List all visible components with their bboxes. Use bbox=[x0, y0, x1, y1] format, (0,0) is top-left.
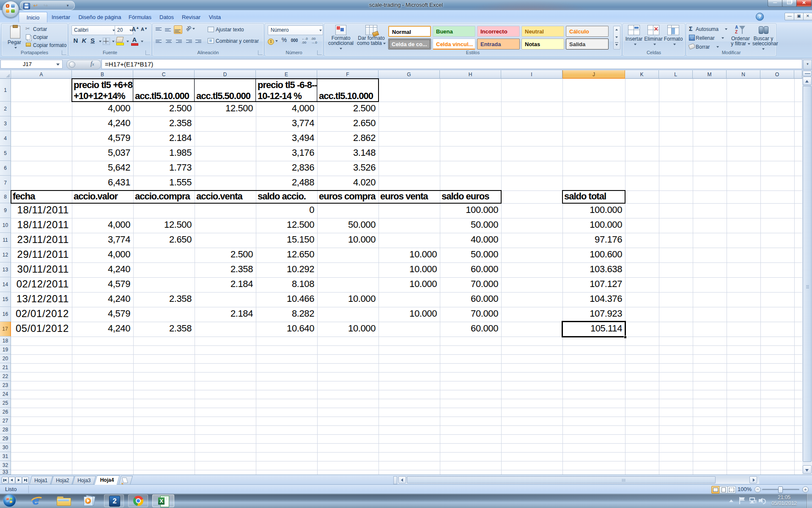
view-normal-button[interactable] bbox=[711, 486, 720, 494]
row-header-4[interactable]: 4 bbox=[0, 131, 11, 146]
cell-C4[interactable]: 2.184 bbox=[133, 131, 194, 146]
sheet-tab-hoja1[interactable]: Hoja1 bbox=[29, 476, 53, 485]
cell-C6[interactable]: 1.773 bbox=[133, 161, 194, 175]
col-header-A[interactable]: A bbox=[11, 70, 72, 79]
row-header-31[interactable]: 31 bbox=[0, 452, 11, 461]
name-box[interactable]: J17 bbox=[0, 60, 63, 69]
cell-A9[interactable]: 18/11/2011 bbox=[11, 203, 71, 218]
sheet-tab-hoja4[interactable]: Hoja4 bbox=[94, 475, 120, 485]
cell-A16[interactable]: 02/01/2012 bbox=[11, 307, 71, 321]
formula-input[interactable]: =H17+(E17*B17) bbox=[102, 59, 802, 69]
row-header-10[interactable]: 10 bbox=[0, 218, 11, 233]
numero-dialog-launcher[interactable] bbox=[317, 50, 322, 55]
cell-F7[interactable]: 4.020 bbox=[317, 176, 378, 190]
col-header-D[interactable]: D bbox=[195, 70, 256, 79]
align-middle-button[interactable] bbox=[165, 25, 173, 34]
insert-worksheet-tab[interactable]: ✶ bbox=[118, 476, 133, 485]
zoom-level[interactable]: 100% bbox=[738, 486, 752, 492]
col-header-H[interactable]: H bbox=[440, 70, 501, 79]
undo-icon[interactable]: ↩ bbox=[32, 3, 39, 8]
first-sheet-button[interactable] bbox=[2, 477, 8, 484]
tab-revisar[interactable]: Revisar bbox=[178, 12, 204, 22]
row-header-19[interactable]: 19 bbox=[0, 345, 11, 354]
sort-filter-button[interactable]: A Z Ordenary filtrar bbox=[730, 25, 752, 50]
tab-insertar[interactable]: Insertar bbox=[47, 12, 74, 22]
col-header-J[interactable]: J bbox=[562, 70, 625, 79]
minimize-button[interactable]: — bbox=[768, 0, 782, 7]
fuente-dialog-launcher[interactable] bbox=[145, 50, 150, 55]
cell-E11[interactable]: 15.150 bbox=[256, 233, 317, 247]
col-header-E[interactable]: E bbox=[256, 70, 317, 79]
name-box-dropdown-icon[interactable] bbox=[56, 64, 60, 66]
copy-button[interactable]: Copiar bbox=[25, 33, 66, 41]
cell-C10[interactable]: 12.500 bbox=[133, 218, 194, 232]
cell-B4[interactable]: 4,579 bbox=[72, 131, 133, 146]
cell-E2[interactable]: 4,000 bbox=[256, 102, 317, 116]
cell-B12[interactable]: 4,000 bbox=[72, 248, 133, 262]
cell-E3[interactable]: 3,774 bbox=[256, 116, 317, 131]
cell-F1[interactable]: acc.tl5.10.000 bbox=[317, 79, 378, 101]
start-button[interactable] bbox=[3, 494, 16, 507]
format-as-table-button[interactable]: Dar formato como tabla bbox=[357, 25, 386, 50]
cell-B14[interactable]: 4,579 bbox=[72, 277, 133, 292]
cell-G13[interactable]: 10.000 bbox=[379, 262, 439, 277]
cell-D12[interactable]: 2.500 bbox=[195, 248, 255, 262]
find-select-button[interactable]: Buscar yseleccionar bbox=[752, 25, 774, 50]
tab-diseno[interactable]: Diseño de página bbox=[75, 12, 124, 22]
styles-gallery-scroll[interactable] bbox=[613, 26, 620, 50]
row-header-2[interactable]: 2 bbox=[0, 102, 11, 116]
cell-J9[interactable]: 100.000 bbox=[562, 203, 625, 218]
row-header-15[interactable]: 15 bbox=[0, 292, 11, 307]
select-all-button[interactable] bbox=[0, 70, 11, 79]
cell-E13[interactable]: 10.292 bbox=[256, 262, 317, 277]
maximize-button[interactable] bbox=[782, 0, 797, 7]
cell-D16[interactable]: 2.184 bbox=[195, 307, 255, 321]
style-chip-neutral[interactable]: Neutral bbox=[521, 26, 564, 37]
cell-C7[interactable]: 1.555 bbox=[133, 176, 194, 190]
cell-E12[interactable]: 12.650 bbox=[256, 248, 317, 262]
cell-J10[interactable]: 100.000 bbox=[562, 218, 625, 232]
row-header-7[interactable]: 7 bbox=[0, 176, 11, 190]
cell-B5[interactable]: 5,037 bbox=[72, 146, 133, 160]
row-header-12[interactable]: 12 bbox=[0, 248, 11, 262]
align-left-button[interactable] bbox=[155, 37, 164, 45]
tray-clock[interactable]: 21:05 05/01/2012 bbox=[766, 494, 802, 507]
cell-F6[interactable]: 3.526 bbox=[317, 161, 378, 175]
sheet-tab-hoja3[interactable]: Hoja3 bbox=[72, 476, 96, 485]
cell-B17[interactable]: 4,240 bbox=[72, 322, 133, 336]
row-header-26[interactable]: 26 bbox=[0, 408, 11, 417]
cell-J12[interactable]: 100.600 bbox=[562, 248, 625, 262]
cell-B15[interactable]: 4,240 bbox=[72, 292, 133, 306]
row-header-13[interactable]: 13 bbox=[0, 262, 11, 277]
style-chip-normal[interactable]: Normal bbox=[388, 26, 431, 37]
cell-E9[interactable]: 0 bbox=[256, 203, 317, 218]
insert-cells-button[interactable]: Insertar bbox=[625, 25, 643, 50]
cell-A11[interactable]: 23/11/2011 bbox=[11, 233, 71, 247]
internet-explorer-icon[interactable]: e bbox=[30, 496, 43, 506]
row-header-14[interactable]: 14 bbox=[0, 277, 11, 292]
cell-E7[interactable]: 2,488 bbox=[256, 176, 317, 190]
cell-G12[interactable]: 10.000 bbox=[379, 248, 439, 262]
cell-B16[interactable]: 4,579 bbox=[72, 307, 133, 321]
close-button[interactable]: ✕ bbox=[796, 0, 812, 7]
cell-E16[interactable]: 8.282 bbox=[256, 307, 317, 321]
tab-datos[interactable]: Datos bbox=[156, 12, 178, 22]
chrome-taskbar-button[interactable] bbox=[128, 494, 148, 507]
cell-H10[interactable]: 50.000 bbox=[440, 218, 501, 232]
scroll-right-button[interactable] bbox=[749, 476, 757, 483]
accounting-format-button[interactable]: $ bbox=[268, 37, 279, 45]
cell-A10[interactable]: 18/11/2011 bbox=[11, 218, 71, 232]
grow-font-button[interactable]: A▲ bbox=[132, 26, 140, 34]
zoom-out-button[interactable]: − bbox=[754, 486, 761, 493]
cell-E15[interactable]: 10.466 bbox=[256, 292, 317, 306]
cell-F2[interactable]: 2.500 bbox=[317, 102, 378, 116]
cell-B2[interactable]: 4,000 bbox=[72, 102, 133, 116]
cell-H15[interactable]: 60.000 bbox=[440, 292, 501, 306]
row-header-23[interactable]: 23 bbox=[0, 381, 11, 390]
row-header-11[interactable]: 11 bbox=[0, 233, 11, 248]
cell-E5[interactable]: 3,176 bbox=[256, 146, 317, 160]
align-bottom-button[interactable] bbox=[174, 25, 182, 34]
cell-C11[interactable]: 2.650 bbox=[133, 233, 194, 247]
office-button[interactable] bbox=[2, 1, 19, 18]
cell-A12[interactable]: 29/11/2011 bbox=[11, 248, 71, 262]
